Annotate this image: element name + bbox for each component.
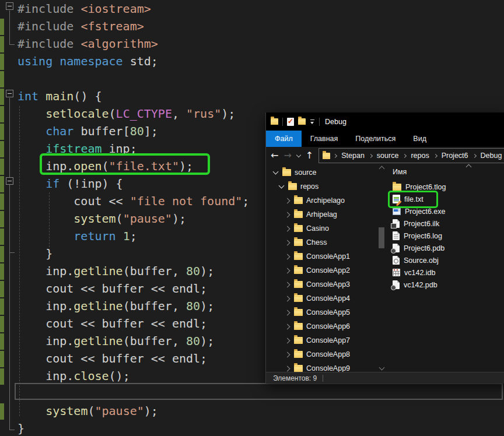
chevron-right-icon[interactable] <box>285 254 290 259</box>
chevron-right-icon[interactable] <box>285 324 290 329</box>
back-button[interactable]: ← <box>271 151 278 160</box>
chevron-right-icon[interactable] <box>285 212 290 217</box>
quick-access-dropdown-icon[interactable] <box>310 119 315 124</box>
annotation-box-file-txt <box>388 191 438 208</box>
chevron-right-icon[interactable] <box>285 240 290 245</box>
tree-item-consoleapp6[interactable]: ConsoleApp6 <box>266 319 387 333</box>
scroll-down-icon[interactable] <box>379 365 385 371</box>
checked-document-icon[interactable] <box>287 118 294 126</box>
code-line[interactable] <box>18 70 504 87</box>
folder-icon <box>288 183 297 190</box>
file-row-vc142.pdb[interactable]: vc142.pdb <box>387 279 504 291</box>
fold-collapse-icon[interactable] <box>6 90 13 97</box>
breadcrumb-segment[interactable]: source <box>377 152 399 160</box>
ribbon-tab-файл[interactable]: Файл <box>266 131 302 147</box>
code-line[interactable]: system("pause"); <box>18 402 504 420</box>
forward-button[interactable]: → <box>284 151 291 160</box>
log-file-icon <box>393 231 400 240</box>
status-bar: Элементов: 9 <box>266 372 504 384</box>
tree-item-chess[interactable]: Chess <box>266 235 387 249</box>
tree-item-consoleapp4[interactable]: ConsoleApp4 <box>266 291 387 305</box>
scrollbar-thumb[interactable] <box>379 227 384 248</box>
file-name: vc142.pdb <box>404 281 438 289</box>
tree-item-consoleapp5[interactable]: ConsoleApp5 <box>266 305 387 319</box>
tree-item-consoleapp8[interactable]: ConsoleApp8 <box>266 347 387 361</box>
breadcrumb-separator-icon[interactable] <box>333 153 337 157</box>
breadcrumb-separator-icon[interactable] <box>472 153 476 157</box>
folder-icon <box>294 295 303 302</box>
breadcrumb-separator-icon[interactable] <box>402 153 407 157</box>
tree-item-consoleapp3[interactable]: ConsoleApp3 <box>266 277 387 291</box>
folder-icon <box>294 253 303 260</box>
code-line[interactable]: int main() { <box>18 87 504 105</box>
tree-item-repos[interactable]: repos <box>266 180 387 194</box>
fold-scope-line <box>9 98 10 430</box>
tree-item-label: ConsoleApp9 <box>306 364 350 372</box>
chevron-down-icon[interactable] <box>273 169 279 175</box>
chevron-right-icon[interactable] <box>285 365 290 371</box>
breadcrumb-segment[interactable]: Debug <box>481 152 502 160</box>
fold-collapse-icon[interactable] <box>6 2 13 10</box>
folder-icon <box>294 323 303 330</box>
breadcrumb[interactable]: StepansourcereposProject6Debug <box>318 148 504 163</box>
column-header-name[interactable]: Имя <box>387 166 504 178</box>
code-line[interactable]: } <box>18 420 504 436</box>
tree-item-consoleapp9[interactable]: ConsoleApp9 <box>266 361 387 372</box>
breadcrumb-separator-icon[interactable] <box>433 153 438 157</box>
code-line[interactable]: using namespace std; <box>18 52 504 70</box>
chevron-right-icon[interactable] <box>285 337 290 343</box>
file-row-project6.pdb[interactable]: Project6.pdb <box>387 242 504 254</box>
chevron-right-icon[interactable] <box>285 198 290 203</box>
fold-scope-corner <box>9 252 15 253</box>
tree-item-casino[interactable]: Casino <box>266 221 387 235</box>
code-line[interactable]: #include <iostream> <box>18 0 504 17</box>
recent-locations-dropdown-icon[interactable] <box>296 152 301 157</box>
ribbon-tab-поделиться[interactable]: Поделиться <box>346 131 404 147</box>
breadcrumb-segment[interactable]: Stepan <box>341 152 365 160</box>
file-row-vc142.idb[interactable]: vc142.idb <box>387 266 504 279</box>
chevron-right-icon[interactable] <box>285 296 290 301</box>
breadcrumb-separator-icon[interactable] <box>369 153 373 157</box>
breadcrumb-segment[interactable]: repos <box>411 152 429 160</box>
file-row-source.obj[interactable]: Source.obj <box>387 254 504 266</box>
tree-item-consoleapp7[interactable]: ConsoleApp7 <box>266 333 387 347</box>
chevron-right-icon[interactable] <box>285 310 290 315</box>
explorer-titlebar[interactable]: Debug <box>266 112 504 131</box>
change-tracking-bar <box>0 19 4 35</box>
chevron-right-icon[interactable] <box>285 351 290 357</box>
breadcrumb-segments: StepansourcereposProject6Debug <box>334 152 502 160</box>
tree-item-label: ConsoleApp1 <box>306 252 350 261</box>
tree-item-consoleapp1[interactable]: ConsoleApp1 <box>266 249 387 263</box>
tree-item-consoleapp2[interactable]: ConsoleApp2 <box>266 263 387 277</box>
change-tracking-bar <box>0 298 4 315</box>
scroll-up-icon[interactable] <box>379 166 385 172</box>
chevron-right-icon[interactable] <box>285 282 290 287</box>
change-tracking-bar <box>0 211 4 227</box>
tree-item-label: ConsoleApp2 <box>306 266 350 275</box>
fold-collapse-icon[interactable] <box>6 177 13 185</box>
ribbon-tab-вид[interactable]: Вид <box>404 131 435 147</box>
chevron-right-icon[interactable] <box>285 226 290 231</box>
folder-icon <box>294 239 303 246</box>
chevron-right-icon[interactable] <box>285 268 290 273</box>
navigation-tree: sourcereposArchipelagoArhipelagCasinoChe… <box>266 164 387 372</box>
tree-item-arhipelag[interactable]: Arhipelag <box>266 208 387 221</box>
ribbon-tab-главная[interactable]: Главная <box>302 131 347 147</box>
folder-icon <box>294 337 303 344</box>
code-line[interactable]: #include <fstream> <box>18 17 504 35</box>
change-tracking-bar <box>0 124 4 140</box>
chevron-down-icon[interactable] <box>279 183 285 189</box>
change-tracking-bar <box>0 54 4 70</box>
file-row-project6.ilk[interactable]: Project6.ilk <box>387 217 504 230</box>
file-row-project6.log[interactable]: Project6.log <box>387 230 504 242</box>
breadcrumb-segment[interactable]: Project6 <box>442 152 468 160</box>
code-line[interactable]: #include <algorithm> <box>18 35 504 52</box>
tree-item-source[interactable]: source <box>266 166 387 180</box>
up-button[interactable]: ↑ <box>306 151 313 160</box>
folder-icon[interactable] <box>298 118 306 125</box>
folder-icon <box>393 184 401 191</box>
titlebar-divider <box>319 118 320 126</box>
tree-item-archipelago[interactable]: Archipelago <box>266 194 387 208</box>
tree-scrollbar[interactable] <box>378 164 385 372</box>
fold-scope-line <box>9 185 10 252</box>
